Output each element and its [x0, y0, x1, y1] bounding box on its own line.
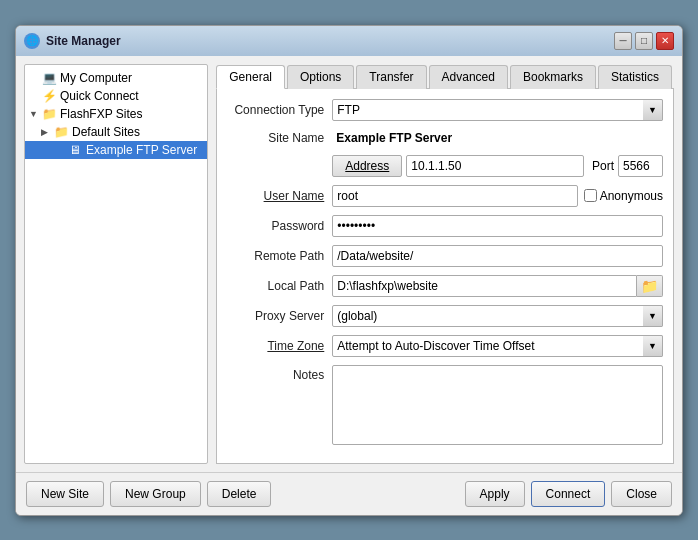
window-title: Site Manager — [46, 34, 121, 48]
tree-item-my-computer[interactable]: 💻 My Computer — [25, 69, 207, 87]
tree-item-flashfxp-sites[interactable]: ▼ 📁 FlashFXP Sites — [25, 105, 207, 123]
notes-row: Notes — [227, 365, 663, 445]
remote-path-input[interactable] — [332, 245, 663, 267]
tab-general[interactable]: General — [216, 65, 285, 89]
tree-label: Quick Connect — [60, 89, 139, 103]
time-zone-select[interactable]: Attempt to Auto-Discover Time Offset Ser… — [332, 335, 663, 357]
anonymous-checkbox[interactable] — [584, 189, 597, 202]
tree-label: My Computer — [60, 71, 132, 85]
server-icon: 🖥 — [67, 143, 83, 157]
new-site-button[interactable]: New Site — [26, 481, 104, 507]
tab-bookmarks[interactable]: Bookmarks — [510, 65, 596, 89]
local-path-wrap: 📁 — [332, 275, 663, 297]
folder-icon: 📁 — [53, 125, 69, 139]
footer: New Site New Group Delete Apply Connect … — [16, 472, 682, 515]
password-label: Password — [227, 219, 332, 233]
tab-transfer[interactable]: Transfer — [356, 65, 426, 89]
tree-label: Example FTP Server — [86, 143, 197, 157]
port-input[interactable] — [618, 155, 663, 177]
remote-path-row: Remote Path — [227, 245, 663, 267]
folder-icon: 📁 — [41, 107, 57, 121]
computer-icon: 💻 — [41, 71, 57, 85]
site-name-label: Site Name — [227, 131, 332, 145]
delete-button[interactable]: Delete — [207, 481, 272, 507]
tab-content-general: Connection Type FTP SFTP FTP over SSL (E… — [216, 89, 674, 464]
notes-label: Notes — [227, 365, 332, 382]
restore-button[interactable]: □ — [635, 32, 653, 50]
user-name-row: User Name Anonymous — [227, 185, 663, 207]
tree-arrow: ▼ — [29, 109, 41, 119]
footer-left-buttons: New Site New Group Delete — [26, 481, 271, 507]
connection-type-label: Connection Type — [227, 103, 332, 117]
title-bar: 🌐 Site Manager ─ □ ✕ — [16, 26, 682, 56]
tree-label: Default Sites — [72, 125, 140, 139]
connection-type-dropdown-wrap: FTP SFTP FTP over SSL (Explicit) FTP ove… — [332, 99, 663, 121]
tab-statistics[interactable]: Statistics — [598, 65, 672, 89]
tab-advanced[interactable]: Advanced — [429, 65, 508, 89]
port-label: Port — [592, 159, 614, 173]
connection-type-row: Connection Type FTP SFTP FTP over SSL (E… — [227, 99, 663, 121]
site-tree: 💻 My Computer ⚡ Quick Connect ▼ 📁 FlashF… — [24, 64, 208, 464]
remote-path-label: Remote Path — [227, 249, 332, 263]
close-button[interactable]: Close — [611, 481, 672, 507]
local-path-label: Local Path — [227, 279, 332, 293]
tree-item-default-sites[interactable]: ▶ 📁 Default Sites — [25, 123, 207, 141]
notes-textarea[interactable] — [332, 365, 663, 445]
connect-button[interactable]: Connect — [531, 481, 606, 507]
local-path-input[interactable] — [332, 275, 637, 297]
tree-label: FlashFXP Sites — [60, 107, 142, 121]
tree-item-quick-connect[interactable]: ⚡ Quick Connect — [25, 87, 207, 105]
site-manager-window: 🌐 Site Manager ─ □ ✕ 💻 My Computer ⚡ Qui… — [15, 25, 683, 516]
app-icon: 🌐 — [24, 33, 40, 49]
apply-button[interactable]: Apply — [465, 481, 525, 507]
site-name-row: Site Name Example FTP Server — [227, 129, 663, 147]
anonymous-wrap: Anonymous — [584, 189, 663, 203]
user-name-label: User Name — [227, 189, 332, 203]
address-button[interactable]: Address — [332, 155, 402, 177]
anonymous-label: Anonymous — [600, 189, 663, 203]
browse-folder-button[interactable]: 📁 — [637, 275, 663, 297]
connection-type-select[interactable]: FTP SFTP FTP over SSL (Explicit) FTP ove… — [332, 99, 663, 121]
title-bar-left: 🌐 Site Manager — [24, 33, 121, 49]
title-controls: ─ □ ✕ — [614, 32, 674, 50]
time-zone-dropdown-wrap: Attempt to Auto-Discover Time Offset Ser… — [332, 335, 663, 357]
time-zone-row: Time Zone Attempt to Auto-Discover Time … — [227, 335, 663, 357]
footer-right-buttons: Apply Connect Close — [465, 481, 672, 507]
local-path-row: Local Path 📁 — [227, 275, 663, 297]
proxy-server-label: Proxy Server — [227, 309, 332, 323]
tree-arrow: ▶ — [41, 127, 53, 137]
tab-options[interactable]: Options — [287, 65, 354, 89]
address-input[interactable] — [406, 155, 584, 177]
password-input[interactable] — [332, 215, 663, 237]
password-row: Password — [227, 215, 663, 237]
main-content: 💻 My Computer ⚡ Quick Connect ▼ 📁 FlashF… — [16, 56, 682, 472]
minimize-button[interactable]: ─ — [614, 32, 632, 50]
time-zone-label: Time Zone — [227, 339, 332, 353]
proxy-server-select[interactable]: (global) (none) HTTP SOCKS4 SOCKS5 — [332, 305, 663, 327]
address-row: Address Port — [227, 155, 663, 177]
new-group-button[interactable]: New Group — [110, 481, 201, 507]
user-name-input[interactable] — [332, 185, 577, 207]
right-panel: General Options Transfer Advanced Bookma… — [216, 64, 674, 464]
tab-bar: General Options Transfer Advanced Bookma… — [216, 64, 674, 89]
proxy-server-row: Proxy Server (global) (none) HTTP SOCKS4… — [227, 305, 663, 327]
tree-item-example-ftp-server[interactable]: 🖥 Example FTP Server — [25, 141, 207, 159]
proxy-server-dropdown-wrap: (global) (none) HTTP SOCKS4 SOCKS5 ▼ — [332, 305, 663, 327]
site-name-value: Example FTP Server — [332, 129, 456, 147]
close-window-button[interactable]: ✕ — [656, 32, 674, 50]
quick-connect-icon: ⚡ — [41, 89, 57, 103]
